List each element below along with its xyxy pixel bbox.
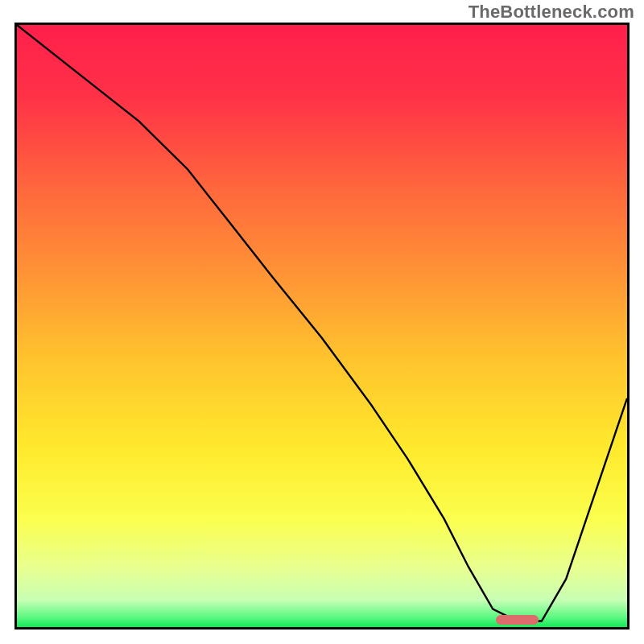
bottleneck-curve xyxy=(17,25,627,621)
watermark-text: TheBottleneck.com xyxy=(469,2,634,23)
chart-stage: TheBottleneck.com xyxy=(0,0,644,644)
curve-layer xyxy=(17,25,627,627)
optimal-marker xyxy=(496,615,539,625)
plot-area xyxy=(14,23,630,630)
